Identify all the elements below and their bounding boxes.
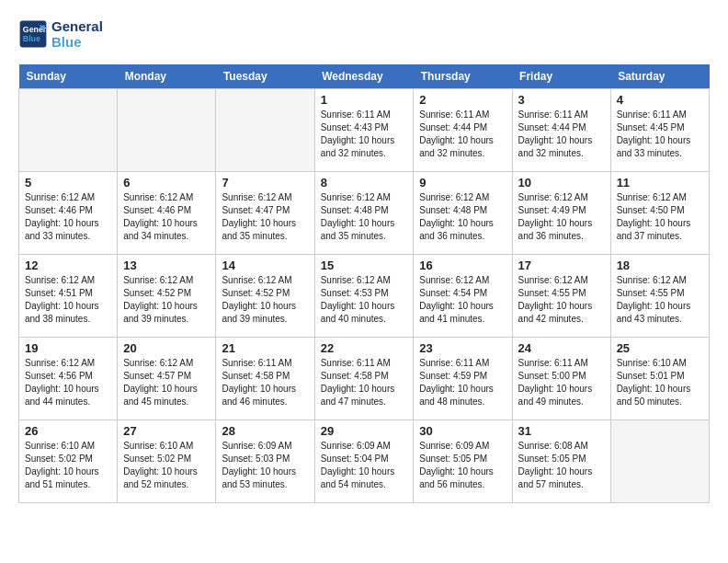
day-info: Sunrise: 6:11 AM Sunset: 4:58 PM Dayligh… xyxy=(321,357,408,408)
day-info: Sunrise: 6:12 AM Sunset: 4:50 PM Dayligh… xyxy=(617,191,703,243)
calendar-week-row: 5Sunrise: 6:12 AM Sunset: 4:46 PM Daylig… xyxy=(19,172,710,255)
calendar-day-cell: 25Sunrise: 6:10 AM Sunset: 5:01 PM Dayli… xyxy=(610,338,709,420)
logo-icon: General Blue xyxy=(18,19,48,49)
calendar-table: SundayMondayTuesdayWednesdayThursdayFrid… xyxy=(18,64,710,503)
logo-text: General Blue xyxy=(51,18,103,50)
calendar-day-cell: 21Sunrise: 6:11 AM Sunset: 4:58 PM Dayli… xyxy=(216,338,314,420)
calendar-day-cell: 26Sunrise: 6:10 AM Sunset: 5:02 PM Dayli… xyxy=(19,420,118,503)
day-number: 4 xyxy=(617,93,703,107)
day-number: 26 xyxy=(25,424,111,438)
calendar-day-cell xyxy=(610,420,709,503)
day-number: 18 xyxy=(617,259,703,272)
day-info: Sunrise: 6:10 AM Sunset: 5:01 PM Dayligh… xyxy=(617,357,703,408)
day-info: Sunrise: 6:10 AM Sunset: 5:02 PM Dayligh… xyxy=(25,440,111,491)
day-number: 1 xyxy=(321,93,408,107)
day-info: Sunrise: 6:12 AM Sunset: 4:46 PM Dayligh… xyxy=(25,191,111,243)
calendar-day-cell: 31Sunrise: 6:08 AM Sunset: 5:05 PM Dayli… xyxy=(512,420,610,503)
day-number: 5 xyxy=(25,176,111,190)
day-number: 20 xyxy=(123,341,210,355)
calendar-day-cell: 23Sunrise: 6:11 AM Sunset: 4:59 PM Dayli… xyxy=(414,338,512,420)
day-number: 13 xyxy=(123,259,210,272)
calendar-week-row: 12Sunrise: 6:12 AM Sunset: 4:51 PM Dayli… xyxy=(19,255,710,338)
svg-text:Blue: Blue xyxy=(23,34,40,43)
day-info: Sunrise: 6:12 AM Sunset: 4:55 PM Dayligh… xyxy=(518,274,605,326)
day-number: 27 xyxy=(123,424,210,438)
day-number: 16 xyxy=(419,259,506,272)
day-info: Sunrise: 6:12 AM Sunset: 4:57 PM Dayligh… xyxy=(123,357,210,408)
calendar-day-cell: 5Sunrise: 6:12 AM Sunset: 4:46 PM Daylig… xyxy=(19,172,118,255)
calendar-day-cell: 24Sunrise: 6:11 AM Sunset: 5:00 PM Dayli… xyxy=(512,338,610,420)
calendar-day-cell: 17Sunrise: 6:12 AM Sunset: 4:55 PM Dayli… xyxy=(512,255,610,338)
calendar-week-row: 19Sunrise: 6:12 AM Sunset: 4:56 PM Dayli… xyxy=(19,338,710,420)
day-info: Sunrise: 6:09 AM Sunset: 5:05 PM Dayligh… xyxy=(419,440,506,491)
day-info: Sunrise: 6:12 AM Sunset: 4:52 PM Dayligh… xyxy=(222,274,308,326)
calendar-day-cell: 8Sunrise: 6:12 AM Sunset: 4:48 PM Daylig… xyxy=(314,172,414,255)
day-number: 25 xyxy=(617,341,703,355)
calendar-day-cell: 11Sunrise: 6:12 AM Sunset: 4:50 PM Dayli… xyxy=(610,172,709,255)
day-info: Sunrise: 6:12 AM Sunset: 4:55 PM Dayligh… xyxy=(617,274,703,326)
day-info: Sunrise: 6:11 AM Sunset: 5:00 PM Dayligh… xyxy=(518,357,605,408)
weekday-header: Thursday xyxy=(414,64,512,89)
day-number: 7 xyxy=(222,176,308,190)
day-info: Sunrise: 6:12 AM Sunset: 4:49 PM Dayligh… xyxy=(518,191,605,243)
day-number: 30 xyxy=(419,424,506,438)
day-info: Sunrise: 6:09 AM Sunset: 5:03 PM Dayligh… xyxy=(222,440,308,491)
calendar-day-cell: 27Sunrise: 6:10 AM Sunset: 5:02 PM Dayli… xyxy=(118,420,216,503)
logo: General Blue General Blue xyxy=(18,18,103,50)
calendar-week-row: 1Sunrise: 6:11 AM Sunset: 4:43 PM Daylig… xyxy=(19,89,710,172)
calendar-day-cell: 7Sunrise: 6:12 AM Sunset: 4:47 PM Daylig… xyxy=(216,172,314,255)
day-number: 29 xyxy=(321,424,408,438)
day-number: 31 xyxy=(518,424,605,438)
day-info: Sunrise: 6:10 AM Sunset: 5:02 PM Dayligh… xyxy=(123,440,210,491)
calendar-day-cell: 16Sunrise: 6:12 AM Sunset: 4:54 PM Dayli… xyxy=(414,255,512,338)
calendar-day-cell: 4Sunrise: 6:11 AM Sunset: 4:45 PM Daylig… xyxy=(610,89,709,172)
weekday-header: Tuesday xyxy=(216,64,314,89)
day-number: 10 xyxy=(518,176,605,190)
day-number: 3 xyxy=(518,93,605,107)
calendar-day-cell: 6Sunrise: 6:12 AM Sunset: 4:46 PM Daylig… xyxy=(118,172,216,255)
day-number: 6 xyxy=(123,176,210,190)
day-info: Sunrise: 6:11 AM Sunset: 4:43 PM Dayligh… xyxy=(321,109,408,160)
day-info: Sunrise: 6:11 AM Sunset: 4:58 PM Dayligh… xyxy=(222,357,308,408)
weekday-header-row: SundayMondayTuesdayWednesdayThursdayFrid… xyxy=(19,64,710,89)
calendar-day-cell: 9Sunrise: 6:12 AM Sunset: 4:48 PM Daylig… xyxy=(414,172,512,255)
weekday-header: Sunday xyxy=(19,64,118,89)
calendar-day-cell: 14Sunrise: 6:12 AM Sunset: 4:52 PM Dayli… xyxy=(216,255,314,338)
calendar-day-cell xyxy=(19,89,118,172)
day-number: 12 xyxy=(25,259,111,272)
calendar-day-cell: 1Sunrise: 6:11 AM Sunset: 4:43 PM Daylig… xyxy=(314,89,414,172)
day-info: Sunrise: 6:09 AM Sunset: 5:04 PM Dayligh… xyxy=(321,440,408,491)
day-info: Sunrise: 6:11 AM Sunset: 4:45 PM Dayligh… xyxy=(617,109,703,160)
calendar-day-cell: 3Sunrise: 6:11 AM Sunset: 4:44 PM Daylig… xyxy=(512,89,610,172)
calendar-day-cell xyxy=(216,89,314,172)
day-info: Sunrise: 6:11 AM Sunset: 4:59 PM Dayligh… xyxy=(419,357,506,408)
day-info: Sunrise: 6:12 AM Sunset: 4:54 PM Dayligh… xyxy=(419,274,506,326)
calendar-day-cell: 2Sunrise: 6:11 AM Sunset: 4:44 PM Daylig… xyxy=(414,89,512,172)
page-header: General Blue General Blue xyxy=(18,18,710,50)
calendar-day-cell: 29Sunrise: 6:09 AM Sunset: 5:04 PM Dayli… xyxy=(314,420,414,503)
day-info: Sunrise: 6:12 AM Sunset: 4:51 PM Dayligh… xyxy=(25,274,111,326)
day-info: Sunrise: 6:12 AM Sunset: 4:47 PM Dayligh… xyxy=(222,191,308,243)
weekday-header: Monday xyxy=(118,64,216,89)
day-number: 14 xyxy=(222,259,308,272)
calendar-day-cell: 10Sunrise: 6:12 AM Sunset: 4:49 PM Dayli… xyxy=(512,172,610,255)
day-info: Sunrise: 6:12 AM Sunset: 4:56 PM Dayligh… xyxy=(25,357,111,408)
day-number: 28 xyxy=(222,424,308,438)
weekday-header: Wednesday xyxy=(314,64,414,89)
day-number: 24 xyxy=(518,341,605,355)
calendar-day-cell: 15Sunrise: 6:12 AM Sunset: 4:53 PM Dayli… xyxy=(314,255,414,338)
calendar-week-row: 26Sunrise: 6:10 AM Sunset: 5:02 PM Dayli… xyxy=(19,420,710,503)
day-info: Sunrise: 6:12 AM Sunset: 4:52 PM Dayligh… xyxy=(123,274,210,326)
day-info: Sunrise: 6:12 AM Sunset: 4:48 PM Dayligh… xyxy=(321,191,408,243)
day-number: 17 xyxy=(518,259,605,272)
weekday-header: Friday xyxy=(512,64,610,89)
day-number: 19 xyxy=(25,341,111,355)
day-number: 15 xyxy=(321,259,408,272)
day-number: 23 xyxy=(419,341,506,355)
calendar-day-cell: 28Sunrise: 6:09 AM Sunset: 5:03 PM Dayli… xyxy=(216,420,314,503)
calendar-day-cell: 20Sunrise: 6:12 AM Sunset: 4:57 PM Dayli… xyxy=(118,338,216,420)
calendar-day-cell: 30Sunrise: 6:09 AM Sunset: 5:05 PM Dayli… xyxy=(414,420,512,503)
day-info: Sunrise: 6:12 AM Sunset: 4:53 PM Dayligh… xyxy=(321,274,408,326)
weekday-header: Saturday xyxy=(610,64,709,89)
day-info: Sunrise: 6:08 AM Sunset: 5:05 PM Dayligh… xyxy=(518,440,605,491)
